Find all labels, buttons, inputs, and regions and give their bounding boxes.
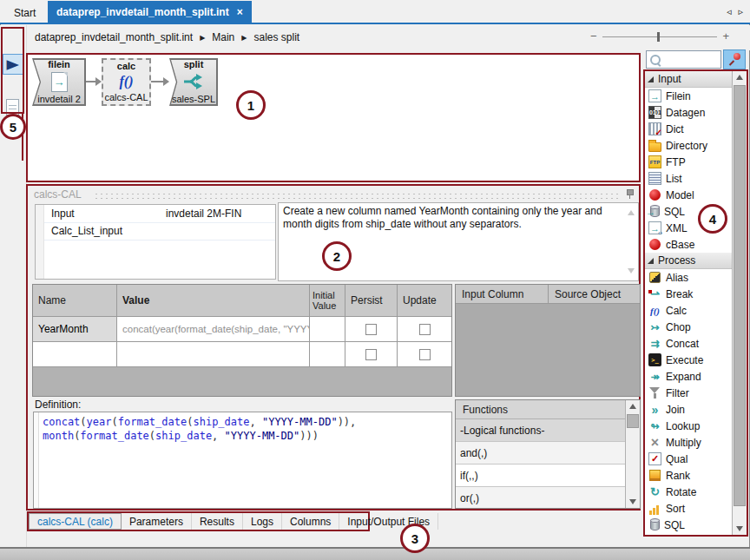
palette-item-lookup[interactable]: Lookup [645,418,732,434]
prop-row-calc-list-input[interactable]: Calc_List_input [44,222,275,240]
zoom-slider[interactable]: − + [590,32,729,41]
breadcrumb-item[interactable]: Main [212,31,234,43]
node-calc[interactable]: calc f() calcs-CAL [102,58,151,106]
palette-item-filein[interactable]: Filein [645,88,732,104]
function-row[interactable]: or(,) [456,487,625,509]
zoom-out-icon[interactable]: − [590,32,597,41]
palette-item-label: Break [666,288,693,300]
palette-item-execute[interactable]: Execute [645,352,732,368]
palette-item-expand[interactable]: Expand [645,368,732,385]
palette-item-join[interactable]: Join [645,401,732,418]
palette-item-label: SQL [664,519,685,531]
column-header-source-object: Source Object [549,285,640,304]
palette-item-alias[interactable]: Alias [645,269,732,286]
zoom-slider-handle[interactable] [657,32,660,42]
breadcrumb-separator-icon: ▶ [200,34,205,42]
scroll-up-icon[interactable] [629,404,636,409]
bottom-tab-logs[interactable]: Logs [243,513,282,530]
palette-item-ftp[interactable]: FTP [645,154,732,170]
breadcrumb-item[interactable]: sales split [253,31,299,43]
palette-section-process[interactable]: Process [645,253,732,269]
palette-item-sql[interactable]: SQL [645,517,732,533]
chop-icon [648,320,661,333]
zoom-slider-track[interactable] [602,36,718,37]
bottom-tab-results[interactable]: Results [192,513,243,530]
doc-arrow-icon [648,89,661,102]
graph-canvas[interactable]: filein invdetail 2 calc f() calcs-CAL sp… [26,53,641,182]
bottom-tab-columns[interactable]: Columns [282,513,339,530]
column-header-initial-value: Initial Value [310,285,345,317]
bottom-tab-parameters[interactable]: Parameters [122,513,192,530]
cell-value[interactable]: concat(year(format_date(ship_date, "YYYY… [122,324,310,334]
definition-code[interactable]: concat(year(format_date(ship_date, "YYYY… [43,415,356,443]
cell-name[interactable]: YearMonth [33,317,117,342]
tab-scroll-right-icon[interactable]: ▹ [738,6,743,17]
prop-row-input[interactable]: Input invdetail 2M-FIN [44,205,275,223]
palette-item-calc[interactable]: Calc [645,302,732,319]
palette-item-directory[interactable]: Directory [645,137,732,154]
palette-item-concat[interactable]: Concat [645,335,732,352]
palette-item-cbase[interactable]: cBase [645,236,732,253]
palette-item-model[interactable]: Model [645,187,732,203]
column-header-update: Update [398,285,451,317]
table-row[interactable] [33,342,451,367]
cell-initial-value[interactable] [310,317,345,342]
function-row[interactable]: if(,,) [456,464,625,487]
node-filein[interactable]: filein invdetail 2 [32,58,86,106]
join-icon [648,403,661,416]
function-group-row[interactable]: -Logical functions- [456,419,625,442]
definition-editor[interactable]: concat(year(format_date(ship_date, "YYYY… [33,412,452,509]
update-checkbox[interactable] [419,324,431,335]
app-window: Start dataprep_invdetail_month_split.int… [0,0,750,560]
panel-pin-icon[interactable] [625,188,634,199]
bottom-tab-calcs-cal-calc-[interactable]: calcs-CAL (calc) [29,513,122,530]
palette-scrollbar[interactable] [732,71,747,535]
palette-item-label: Dict [666,123,684,135]
panel-drag-handle[interactable] [94,192,620,199]
palette-item-sort[interactable]: Sort [645,500,732,517]
breadcrumb-bar: dataprep_invdetail_month_split.int▶Main▶… [27,25,750,50]
tab-active-document[interactable]: dataprep_invdetail_month_split.int × [48,1,252,23]
left-toolbar: ▶ ↻ [0,25,27,547]
run-button[interactable]: ▶ [3,54,23,75]
prop-value[interactable]: invdetail 2M-FIN [166,208,275,220]
scroll-up-icon[interactable] [628,210,635,215]
scrollbar-thumb[interactable] [734,85,746,506]
close-tab-icon[interactable]: × [237,6,243,18]
search-icon [650,55,661,65]
tab-start[interactable]: Start [2,3,48,23]
palette-item-chop[interactable]: Chop [645,319,732,335]
table-row[interactable]: YearMonth concat(year(format_date(ship_d… [33,317,451,342]
palette-item-break[interactable]: Break [645,286,732,302]
palette-item-label: Calc [666,305,687,317]
scroll-down-icon[interactable] [628,268,635,273]
cell-initial-value[interactable] [310,342,345,367]
palette-item-label: Sort [666,503,685,515]
zoom-in-icon[interactable]: + [722,32,729,41]
palette-section-input[interactable]: Input [645,71,732,88]
palette-item-rotate[interactable]: Rotate [645,484,732,500]
breadcrumb-item[interactable]: dataprep_invdetail_month_split.int [35,31,193,43]
tab-scroll-left-icon[interactable]: ◃ [727,6,732,17]
palette-item-datagen[interactable]: Datagen [645,104,732,121]
persist-checkbox[interactable] [365,349,377,360]
scrollbar-thumb[interactable] [627,414,639,428]
palette-item-multiply[interactable]: Multiply [645,434,732,451]
functions-scrollbar[interactable] [625,400,640,508]
palette-pin-button[interactable] [723,49,746,69]
palette-item-list[interactable]: List [645,170,732,187]
palette-item-rank[interactable]: Rank [645,467,732,484]
palette-item-dict[interactable]: Dict [645,121,732,137]
scroll-down-icon[interactable] [736,526,743,531]
update-checkbox[interactable] [419,349,431,360]
persist-checkbox[interactable] [365,324,377,335]
palette-item-qual[interactable]: Qual [645,451,732,467]
description-text: Create a new column named YearMonth cont… [283,205,602,230]
function-row[interactable]: and(,) [456,442,625,464]
scroll-down-icon[interactable] [629,499,636,504]
node-split[interactable]: split sales-SPL [169,58,218,106]
palette-item-filter[interactable]: Filter [645,385,732,401]
scroll-up-icon[interactable] [736,75,743,80]
cell-name[interactable] [33,342,117,367]
palette-search-input[interactable] [646,50,721,69]
